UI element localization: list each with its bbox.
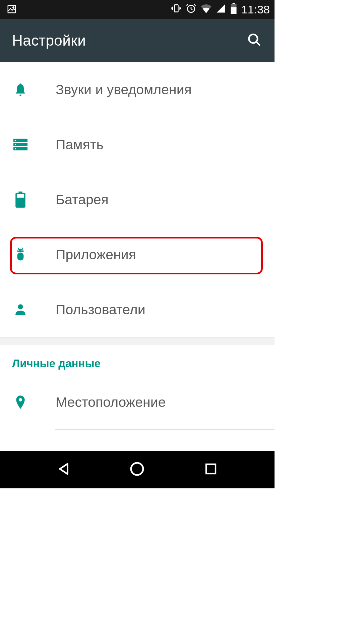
status-bar: 11:38: [0, 0, 275, 19]
home-icon: [129, 461, 145, 478]
picture-icon: [7, 4, 17, 15]
settings-item-label: Приложения: [56, 247, 136, 263]
svg-point-18: [21, 250, 22, 251]
svg-point-7: [249, 35, 258, 43]
location-icon: [13, 394, 28, 410]
storage-icon: [13, 137, 28, 152]
svg-point-1: [13, 7, 14, 8]
svg-rect-2: [175, 5, 178, 12]
bell-icon: [13, 82, 28, 97]
svg-line-19: [18, 248, 19, 249]
svg-point-12: [15, 144, 16, 145]
settings-item-location[interactable]: Местоположение: [0, 375, 275, 430]
settings-item-label: Память: [56, 137, 104, 153]
section-divider: [0, 337, 275, 345]
settings-item-label: Пользователи: [56, 302, 145, 318]
nav-recent-button[interactable]: [201, 460, 220, 479]
navigation-bar: [0, 451, 275, 488]
status-left: [7, 4, 17, 15]
svg-rect-25: [206, 464, 216, 474]
settings-item-apps[interactable]: Приложения: [0, 227, 275, 282]
back-icon: [56, 461, 71, 478]
svg-rect-4: [233, 3, 235, 4]
settings-item-label: Звуки и уведомления: [56, 82, 192, 98]
svg-point-13: [15, 148, 16, 150]
section-header-personal: Личные данные: [0, 345, 275, 375]
search-button[interactable]: [246, 33, 262, 49]
alarm-icon: [186, 3, 196, 16]
nav-back-button[interactable]: [54, 460, 73, 479]
search-icon: [247, 33, 262, 49]
settings-item-label: Батарея: [56, 192, 109, 208]
signal-icon: [216, 3, 226, 16]
svg-point-23: [19, 398, 22, 401]
status-time: 11:38: [241, 3, 270, 16]
wifi-icon: [200, 3, 212, 16]
android-icon: [13, 247, 28, 262]
nav-home-button[interactable]: [128, 460, 146, 479]
settings-item-label: Местоположение: [56, 394, 166, 410]
svg-point-11: [15, 140, 16, 141]
divider: [55, 429, 275, 430]
settings-item-storage[interactable]: Память: [0, 117, 275, 172]
recent-icon: [204, 462, 218, 477]
svg-line-20: [22, 248, 23, 249]
svg-rect-16: [16, 198, 25, 207]
page-title: Настройки: [12, 32, 86, 49]
battery-icon: [230, 3, 237, 17]
svg-rect-21: [17, 253, 24, 261]
svg-rect-6: [231, 7, 236, 14]
svg-point-24: [131, 463, 143, 475]
settings-item-users[interactable]: Пользователи: [0, 282, 275, 337]
settings-item-sounds[interactable]: Звуки и уведомления: [0, 62, 275, 117]
battery-settings-icon: [13, 192, 28, 207]
svg-point-17: [18, 250, 19, 251]
app-bar: Настройки: [0, 19, 275, 62]
settings-list: Звуки и уведомления Память Батарея: [0, 62, 275, 430]
vibrate-icon: [171, 3, 182, 16]
user-icon: [13, 302, 28, 317]
status-right: 11:38: [171, 3, 270, 17]
svg-point-22: [18, 304, 23, 309]
settings-item-battery[interactable]: Батарея: [0, 172, 275, 227]
